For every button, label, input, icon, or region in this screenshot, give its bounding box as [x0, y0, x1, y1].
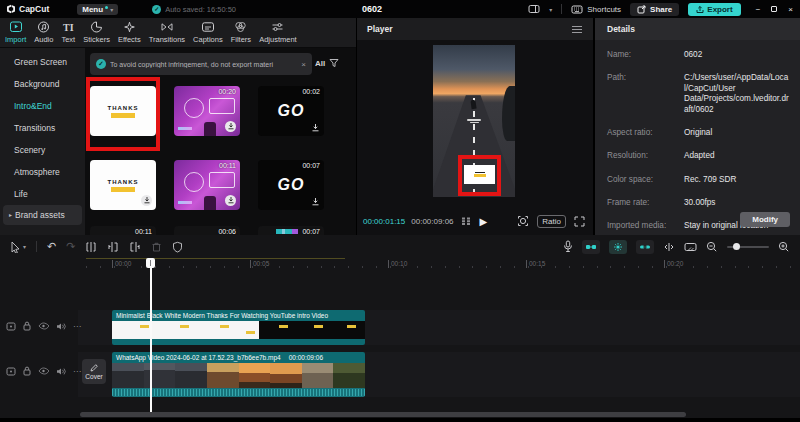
split-button[interactable]: [85, 241, 97, 253]
chevron-right-icon: ▸: [9, 205, 12, 225]
tab-import[interactable]: Import: [5, 21, 26, 44]
zoom-slider-knob[interactable]: [733, 243, 740, 250]
media-card-go-2[interactable]: GO 00:07: [258, 160, 324, 210]
effects-icon: [123, 21, 136, 33]
sidebar-item-life[interactable]: Life: [0, 183, 85, 205]
filters-icon: [234, 21, 247, 33]
banner-text: To avoid copyright infringement, do not …: [110, 61, 297, 68]
cover-button[interactable]: Cover: [82, 359, 106, 384]
sidebar-item-transitions[interactable]: Transitions: [0, 117, 85, 139]
detail-row-color-space: Color space: Rec. 709 SDR: [607, 175, 790, 186]
transitions-icon: [160, 21, 174, 33]
lock-icon[interactable]: [23, 366, 31, 376]
detail-row-resolution: Resolution: Adapted: [607, 151, 790, 162]
media-card-purple-2[interactable]: 00:11: [174, 160, 240, 210]
download-icon[interactable]: [225, 121, 236, 132]
link-toggle[interactable]: [636, 240, 654, 254]
redo-button[interactable]: ↷: [66, 240, 75, 253]
sidebar-item-atmosphere[interactable]: Atmosphere: [0, 161, 85, 183]
track-height-button[interactable]: [684, 242, 697, 252]
download-icon[interactable]: [141, 195, 152, 206]
ratio-button[interactable]: Ratio: [537, 215, 566, 228]
capcut-window: CapCut Menu ▾ ✓ Auto saved: 16:50:50 060…: [0, 0, 800, 422]
zoom-in-button[interactable]: [778, 241, 790, 253]
import-icon: [9, 21, 23, 33]
maximize-button[interactable]: [771, 6, 777, 12]
voiceover-mic-icon[interactable]: [563, 240, 573, 253]
preview-axis-button[interactable]: [663, 242, 675, 252]
main-track-magnet-toggle[interactable]: [582, 240, 600, 254]
sidebar-item-intro-end[interactable]: Intro&End: [0, 95, 85, 117]
tab-transitions[interactable]: Transitions: [149, 21, 185, 44]
media-card-row3-1[interactable]: 00:11: [90, 226, 156, 235]
sidebar-item-background[interactable]: Background: [0, 73, 85, 95]
menu-button[interactable]: Menu ▾: [77, 4, 118, 15]
playhead[interactable]: [150, 258, 152, 415]
audio-icon: [37, 21, 50, 33]
tab-stickers[interactable]: Stickers: [83, 21, 110, 44]
play-button[interactable]: ▶: [480, 216, 488, 227]
detail-row-aspect-ratio: Aspect ratio: Original: [607, 128, 790, 139]
download-icon[interactable]: [225, 195, 236, 206]
delete-left-button[interactable]: [107, 241, 119, 253]
preview-quality-icon[interactable]: [517, 215, 529, 227]
more-icon[interactable]: ⋯: [73, 322, 82, 331]
duration-badge: 00:11: [219, 162, 236, 169]
current-time: 00:00:01:15: [363, 217, 405, 226]
mask-button[interactable]: [172, 241, 183, 253]
export-button[interactable]: Export: [688, 3, 740, 16]
eye-icon[interactable]: [38, 322, 49, 330]
roadside-trees: [502, 86, 515, 141]
timeline-horizontal-scrollbar[interactable]: [80, 412, 686, 417]
zoom-out-button[interactable]: [706, 241, 718, 253]
tab-effects[interactable]: Effects: [118, 21, 141, 44]
frame-by-frame-icon[interactable]: [460, 216, 472, 226]
delete-right-button[interactable]: [129, 241, 141, 253]
layout-switch-icon[interactable]: [528, 4, 540, 14]
duration-badge: 00:07: [302, 162, 320, 169]
fullscreen-icon[interactable]: [574, 216, 585, 227]
tab-text[interactable]: TI Text: [61, 22, 75, 44]
filter-all-button[interactable]: All: [315, 58, 339, 68]
track-type-icon: [6, 367, 16, 376]
share-button[interactable]: Share: [630, 3, 679, 16]
download-icon[interactable]: [312, 124, 319, 132]
sidebar-item-brand-assets[interactable]: ▸ Brand assets: [3, 205, 82, 225]
close-button[interactable]: ×: [788, 5, 793, 14]
tab-audio[interactable]: Audio: [34, 21, 53, 44]
chevron-down-icon[interactable]: ▾: [549, 6, 552, 13]
speaker-icon[interactable]: [56, 367, 66, 376]
sidebar-item-green-screen[interactable]: Green Screen: [0, 51, 85, 73]
more-icon[interactable]: ⋯: [73, 367, 82, 376]
delete-button[interactable]: [151, 241, 162, 253]
download-icon[interactable]: [312, 198, 319, 206]
lock-icon[interactable]: [23, 321, 31, 331]
duration-badge: 00:02: [302, 88, 320, 95]
player-menu-icon[interactable]: [571, 25, 583, 34]
media-card-row3-3[interactable]: 00:07: [258, 226, 324, 235]
select-tool-button[interactable]: ▾: [10, 241, 26, 253]
player-controls: 00:00:01:15 00:00:09:06 ▶ Ratio: [363, 213, 585, 229]
modify-button[interactable]: Modify: [740, 212, 790, 227]
tab-filters[interactable]: Filters: [231, 21, 251, 44]
shortcuts-button[interactable]: Shortcuts: [571, 5, 621, 14]
speaker-icon[interactable]: [56, 322, 66, 331]
tab-captions[interactable]: Captions: [193, 21, 223, 44]
minimize-button[interactable]: −: [756, 5, 761, 14]
tab-adjustment[interactable]: Adjustment: [259, 21, 297, 44]
share-icon: [637, 5, 646, 14]
auto-snap-toggle[interactable]: [609, 240, 627, 254]
sidebar-item-scenery[interactable]: Scenery: [0, 139, 85, 161]
split-icon: [85, 241, 97, 253]
playhead-handle[interactable]: [146, 258, 155, 268]
media-card-go-1[interactable]: GO 00:02: [258, 86, 324, 136]
chevron-down-icon[interactable]: ▾: [23, 243, 26, 250]
media-card-thanks-2[interactable]: THANKS: [90, 160, 156, 210]
undo-button[interactable]: ↶: [47, 240, 56, 253]
banner-close-icon[interactable]: ×: [301, 60, 306, 69]
timeline-zoom-slider[interactable]: [727, 246, 769, 248]
media-card-purple-1[interactable]: 00:20: [174, 86, 240, 136]
media-card-row3-2[interactable]: 00:06: [174, 226, 240, 235]
timeline-ruler[interactable]: 00:00 00:05 00:10 00:15 00:20: [0, 258, 800, 272]
eye-icon[interactable]: [38, 367, 49, 375]
